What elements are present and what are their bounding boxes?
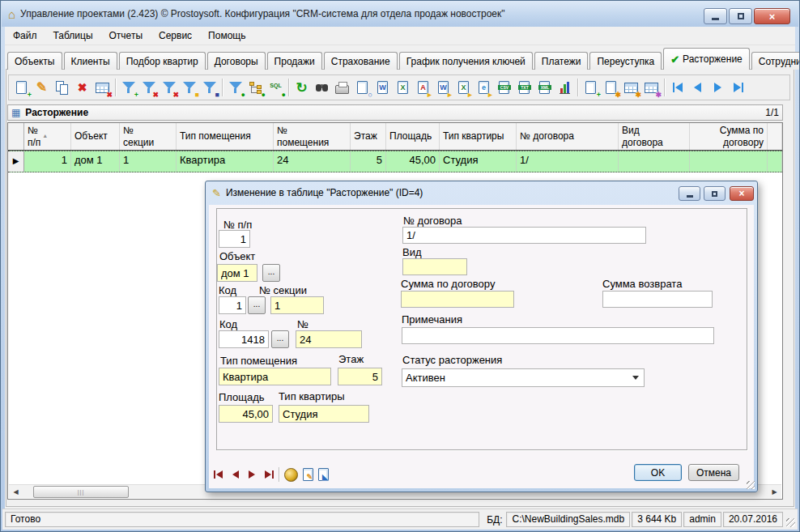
toolbar-refresh-button[interactable]: ↻ bbox=[291, 77, 312, 98]
toolbar-edit-record-button[interactable]: ✎ bbox=[32, 77, 52, 98]
scroll-right-button[interactable]: ▶ bbox=[768, 485, 781, 498]
dialog-maximize-button[interactable] bbox=[704, 186, 726, 201]
menu-item-3[interactable]: Сервис bbox=[151, 28, 200, 44]
toolbar-add-record-button[interactable]: + bbox=[11, 77, 32, 98]
apt-type-field[interactable] bbox=[279, 405, 369, 423]
title-bar[interactable]: ⌂ Управление проектами (2.423) © Prostoy… bbox=[2, 1, 798, 27]
tab-1[interactable]: Клиенты bbox=[64, 52, 117, 70]
column-header-12[interactable] bbox=[768, 123, 782, 150]
toolbar-grid-designer-button[interactable]: ✱ bbox=[641, 77, 662, 98]
scrollbar-thumb[interactable]: ||| bbox=[33, 486, 129, 498]
column-header-1[interactable]: № п/п▲ bbox=[24, 123, 71, 150]
toolbar-export-txt-button[interactable]: TXT bbox=[514, 77, 534, 98]
toolbar-export-word-button[interactable]: W► bbox=[433, 77, 453, 98]
table-cell[interactable]: 45,00 bbox=[386, 151, 440, 172]
toolbar-filter-open-button[interactable]: ■ bbox=[179, 77, 199, 98]
table-cell[interactable]: 1/ bbox=[517, 151, 619, 172]
refund-field[interactable] bbox=[602, 291, 713, 308]
menu-item-1[interactable]: Таблицы bbox=[45, 28, 101, 44]
menu-item-4[interactable]: Помощь bbox=[200, 28, 253, 44]
toolbar-nav-first-button[interactable] bbox=[667, 77, 687, 98]
table-cell[interactable]: дом 1 bbox=[71, 151, 120, 172]
dialog-close-button[interactable]: × bbox=[730, 186, 754, 201]
num-field[interactable] bbox=[219, 230, 250, 248]
tab-6[interactable]: График получения ключей bbox=[399, 52, 533, 70]
toolbar-add-subform-button[interactable]: + bbox=[581, 77, 601, 98]
menu-item-0[interactable]: Файл bbox=[5, 28, 45, 44]
tab-5[interactable]: Страхование bbox=[324, 52, 398, 70]
num2-field[interactable] bbox=[296, 330, 362, 348]
toolbar-export-csv-button[interactable]: CSV bbox=[494, 77, 514, 98]
table-row[interactable]: ▶1дом 11Квартира24545,00Студия1/ bbox=[8, 151, 782, 172]
notes-field[interactable] bbox=[402, 327, 714, 344]
tab-2[interactable]: Подбор квартир bbox=[119, 52, 206, 70]
tab-7[interactable]: Платежи bbox=[534, 52, 589, 70]
record-next-button[interactable] bbox=[249, 470, 255, 479]
column-header-4[interactable]: Тип помещения bbox=[177, 123, 274, 150]
toolbar-filter-add-button[interactable]: + bbox=[118, 77, 138, 98]
column-header-10[interactable]: Вид договора bbox=[619, 123, 690, 150]
section-field[interactable] bbox=[270, 296, 324, 314]
column-header-9[interactable]: № договора bbox=[517, 123, 619, 150]
record-last-button[interactable] bbox=[265, 470, 274, 479]
column-header-2[interactable]: Объект bbox=[71, 123, 120, 150]
code2-field[interactable] bbox=[219, 330, 269, 348]
table-cell[interactable]: Студия bbox=[440, 151, 517, 172]
ok-button[interactable]: OK bbox=[634, 464, 682, 481]
toolbar-filter-view-button[interactable]: ● bbox=[225, 77, 245, 98]
code2-picker-button[interactable]: ... bbox=[271, 330, 289, 348]
minimize-button[interactable] bbox=[704, 8, 727, 24]
dialog-title-bar[interactable]: ✎ Изменение в таблице "Расторжение" (ID=… bbox=[206, 181, 757, 204]
area-field[interactable] bbox=[219, 405, 273, 423]
scroll-left-button[interactable]: ◀ bbox=[9, 485, 23, 498]
cancel-button[interactable]: Отмена bbox=[688, 464, 739, 481]
toolbar-form-properties-button[interactable]: ✱ bbox=[601, 77, 621, 98]
table-cell[interactable] bbox=[690, 151, 768, 172]
table-cell[interactable]: 24 bbox=[274, 151, 351, 172]
record-first-button[interactable] bbox=[214, 470, 223, 479]
dialog-resize-grip[interactable] bbox=[747, 481, 755, 489]
edit-note-icon[interactable]: ✎ bbox=[303, 468, 313, 481]
table-cell[interactable]: Квартира bbox=[177, 151, 274, 172]
column-header-6[interactable]: Этаж bbox=[351, 123, 386, 150]
object-field[interactable] bbox=[217, 264, 257, 282]
tab-4[interactable]: Продажи bbox=[267, 52, 322, 70]
tab-8[interactable]: Переуступка bbox=[589, 52, 662, 70]
toolbar-export-excel-button[interactable]: X► bbox=[453, 77, 474, 98]
column-header-8[interactable]: Тип квартиры bbox=[440, 123, 517, 150]
toolbar-filter-remove-button[interactable]: ✖ bbox=[138, 77, 159, 98]
ruler-doc-icon[interactable]: ◣ bbox=[318, 468, 329, 481]
status-dropdown[interactable]: Активен bbox=[402, 368, 645, 387]
code1-field[interactable] bbox=[219, 296, 246, 314]
toolbar-print-button[interactable] bbox=[332, 77, 352, 98]
column-header-3[interactable]: № секции bbox=[120, 123, 177, 150]
row-selector-header[interactable] bbox=[8, 123, 24, 150]
record-prev-button[interactable] bbox=[232, 470, 239, 479]
table-cell[interactable] bbox=[619, 151, 690, 172]
sum-field[interactable] bbox=[401, 291, 514, 308]
close-button[interactable]: × bbox=[754, 8, 790, 24]
table-cell[interactable]: 1 bbox=[24, 151, 71, 172]
resize-grip[interactable] bbox=[786, 518, 795, 527]
toolbar-nav-prev-button[interactable] bbox=[687, 77, 708, 98]
toolbar-copy-record-button[interactable] bbox=[52, 77, 72, 98]
code1-picker-button[interactable]: ... bbox=[248, 296, 266, 314]
table-cell[interactable]: 5 bbox=[351, 151, 386, 172]
toolbar-find-button[interactable] bbox=[312, 77, 332, 98]
toolbar-chart-button[interactable] bbox=[555, 77, 575, 98]
tab-0[interactable]: Объекты bbox=[7, 52, 62, 70]
floor-field[interactable] bbox=[338, 368, 382, 385]
dialog-minimize-button[interactable] bbox=[679, 186, 700, 201]
toolbar-sql-filter-button[interactable]: SQL● bbox=[266, 77, 286, 98]
toolbar-filter-tree-button[interactable]: ● bbox=[245, 77, 266, 98]
maximize-button[interactable] bbox=[729, 8, 752, 24]
toolbar-preview-button[interactable]: ○ bbox=[352, 77, 372, 98]
toolbar-grid-properties-button[interactable]: ✱ bbox=[621, 77, 641, 98]
row-marker-cell[interactable]: ▶ bbox=[8, 151, 24, 172]
object-picker-button[interactable]: ... bbox=[262, 264, 280, 282]
menu-item-2[interactable]: Отчеты bbox=[101, 28, 151, 44]
kind-field[interactable] bbox=[402, 258, 467, 275]
table-cell[interactable] bbox=[768, 151, 782, 172]
toolbar-nav-next-button[interactable] bbox=[708, 77, 728, 98]
toolbar-export-html-button[interactable]: e► bbox=[474, 77, 494, 98]
